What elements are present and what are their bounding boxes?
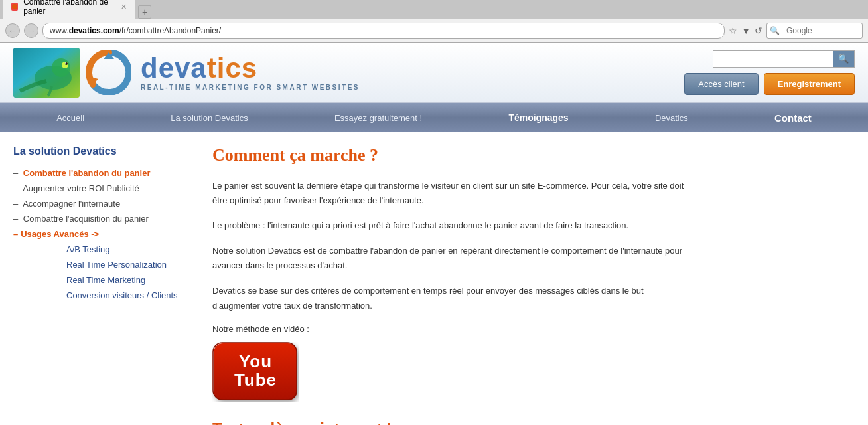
youtube-you-text: You [239,351,272,371]
url-box[interactable]: www.devatics.com/fr/combattreAbandonPani… [42,23,725,39]
sub-item-real-time-marketing[interactable]: Real Time Marketing [66,275,179,285]
sidebar-item-acquisition[interactable]: – Combattre l'acquisition du panier [13,214,179,224]
logo-area: devatics REAL-TIME MARKETING FOR SMART W… [13,48,360,98]
sub-item-conversion[interactable]: Conversion visiteurs / Clients [66,290,179,300]
google-label: 🔍 [767,26,782,35]
bookmark-icon[interactable]: ☆ [729,25,737,36]
sidebar-item-combattre-abandon[interactable]: – Combattre l'abandon du panier [13,168,179,178]
paragraph-4: Devatics se base sur des critères de com… [212,284,690,313]
header-search-input[interactable] [713,54,833,64]
youtube-button[interactable]: You Tube [212,342,299,402]
active-tab[interactable]: Combattre l'abandon de panier ✕ [3,0,135,19]
logo-deva: deva [141,52,207,84]
svg-point-4 [62,62,68,68]
logo-row: devatics REAL-TIME MARKETING FOR SMART W… [86,50,360,95]
video-section: Notre méthode en vidéo : You Tube [212,324,848,404]
sidebar: La solution Devatics – Combattre l'aband… [0,132,192,425]
header-buttons: Accès client Enregistrement [684,73,855,95]
video-label: Notre méthode en vidéo : [212,324,848,334]
sidebar-item-roi[interactable]: – Augmenter votre ROI Publicité [13,183,179,193]
paragraph-1: Le panier est souvent la dernière étape … [212,179,690,208]
youtube-button-container[interactable]: You Tube [212,342,299,404]
header-search-button[interactable]: 🔍 [833,51,854,67]
logo-devatics-text: devatics [141,54,360,82]
sub-link-conversion[interactable]: Conversion visiteurs / Clients [66,290,178,300]
url-path: /fr/combattreAbandonPanier/ [119,26,221,35]
main-nav: Accueil La solution Devatics Essayez gra… [0,103,868,132]
content-area: La solution Devatics – Combattre l'aband… [0,132,868,425]
sidebar-menu: – Combattre l'abandon du panier – Augmen… [13,168,179,239]
sidebar-link-roi[interactable]: Augmenter votre ROI Publicité [23,183,139,193]
url-protocol: www. [50,26,69,35]
forward-button[interactable]: → [24,23,38,38]
enregistrement-button[interactable]: Enregistrement [764,73,855,95]
logo-circle [86,50,131,95]
tab-bar: Combattre l'abandon de panier ✕ + [0,0,868,19]
url-domain: devatics.com [69,26,119,35]
main-content: Comment ça marche ? Le panier est souven… [192,132,868,425]
nav-essayez[interactable]: Essayez gratuitement ! [324,108,433,128]
logo-text-area: devatics REAL-TIME MARKETING FOR SMART W… [141,54,360,91]
chameleon-image [13,48,80,98]
sub-link-ab-testing[interactable]: A/B Testing [66,244,110,254]
sidebar-link-combattre-abandon[interactable]: Combattre l'abandon du panier [23,168,151,178]
youtube-tube-text: Tube [234,370,277,390]
sub-menu: A/B Testing Real Time Personalization Re… [66,244,179,300]
nav-contact[interactable]: Contact [764,107,822,129]
sub-link-personalization[interactable]: Real Time Personalization [66,260,167,270]
refresh-icon[interactable]: ↺ [755,25,762,36]
sidebar-link-acquisition[interactable]: Combattre l'acquisition du panier [23,214,149,224]
site-header: devatics REAL-TIME MARKETING FOR SMART W… [0,43,868,103]
back-button[interactable]: ← [5,23,20,38]
new-tab-button[interactable]: + [138,5,151,19]
tab-close-button[interactable]: ✕ [121,3,127,11]
header-right: 🔍 Accès client Enregistrement [684,50,855,95]
dash-icon: – [13,168,18,178]
acces-client-button[interactable]: Accès client [684,73,758,95]
sidebar-item-accompagner[interactable]: – Accompagner l'internaute [13,199,179,209]
tab-title: Combattre l'abandon de panier [23,0,115,16]
cta-text: Testez dès maintenant ! [212,420,848,425]
sidebar-link-usages[interactable]: Usages Avancés -> [21,229,99,239]
address-bar: ← → www.devatics.com/fr/combattreAbandon… [0,19,868,42]
nav-accueil[interactable]: Accueil [46,108,95,128]
sub-item-ab-testing[interactable]: A/B Testing [66,244,179,254]
dash-icon: – [13,199,18,209]
google-search-box[interactable]: 🔍 [766,23,863,39]
dash-icon: – [13,183,18,193]
svg-point-6 [65,62,66,64]
header-search-box[interactable]: 🔍 [713,50,855,68]
page-title: Comment ça marche ? [212,145,848,165]
sub-item-personalization[interactable]: Real Time Personalization [66,260,179,270]
dash-orange-icon: – [13,229,18,239]
sidebar-link-accompagner[interactable]: Accompagner l'internaute [23,199,120,209]
google-search-input[interactable] [782,26,862,35]
dash-icon: – [13,214,18,224]
tab-favicon [11,3,18,11]
sidebar-title: La solution Devatics [13,145,179,157]
logo-tics: tics [207,52,257,84]
browser-chrome: Combattre l'abandon de panier ✕ + ← → ww… [0,0,868,43]
sidebar-item-usages[interactable]: – Usages Avancés -> [13,229,179,239]
star-icon[interactable]: ▼ [741,25,751,36]
nav-devatics[interactable]: Devatics [644,108,699,128]
logo-tagline: REAL-TIME MARKETING FOR SMART WEBSITES [141,84,360,91]
svg-point-0 [12,4,17,9]
paragraph-2: Le problème : l'internaute qui a priori … [212,218,690,233]
sub-link-real-time-marketing[interactable]: Real Time Marketing [66,275,145,285]
nav-solution[interactable]: La solution Devatics [160,108,258,128]
paragraph-3: Notre solution Devatics est de combattre… [212,244,690,273]
svg-point-3 [52,58,70,77]
nav-temoignages[interactable]: Témoignages [498,107,579,128]
